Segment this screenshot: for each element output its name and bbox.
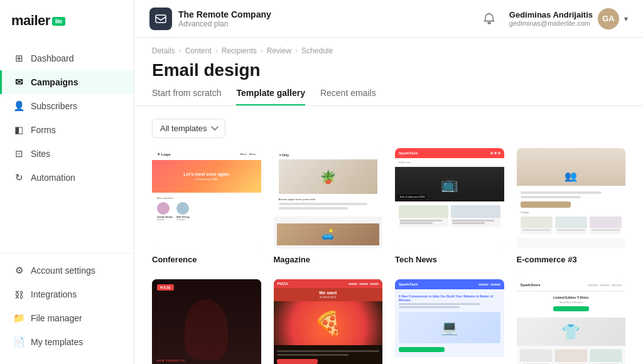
template-name-magazine: Magazine [274, 255, 383, 264]
breadcrumb-item-recipients[interactable]: Recipients [222, 46, 257, 55]
sidebar-item-label: Automation [31, 173, 75, 183]
sidebar-item-account-settings[interactable]: ⚙ Account settings [0, 259, 134, 282]
sidebar-item-campaigns[interactable]: ✉ Campaigns [0, 70, 134, 94]
template-card-restaurant[interactable]: PIZZA We want to feed you! [274, 279, 383, 364]
settings-icon: ⚙ [13, 265, 24, 276]
company-logo [149, 8, 172, 30]
user-name: Gediminas Andrijaitis [509, 10, 593, 19]
page-title: Email design [152, 60, 625, 80]
breadcrumb-item-details[interactable]: Details [152, 46, 175, 55]
sidebar-item-dashboard[interactable]: ⊞ Dashboard [0, 46, 134, 70]
template-thumb-magazine: ✦ Only 🪴 Autumn pages lorem ipsum dolor [274, 148, 383, 249]
forms-icon: ◧ [13, 124, 24, 136]
sidebar-item-label: Subscribers [31, 101, 77, 111]
page-header: Email design [134, 55, 643, 80]
breadcrumb-item-content[interactable]: Content [185, 46, 212, 55]
template-filter-select[interactable]: All templates Newsletter E-commerce Even… [152, 119, 225, 138]
breadcrumb: Details › Content › Recipients › Review … [134, 38, 643, 55]
breadcrumb-separator: › [215, 46, 218, 55]
user-details: Gediminas Andrijaitis gediminas@mailerli… [509, 10, 593, 27]
template-grid-row2: ');"> PULSE NEW PRODUCTS ADD NEWPRODUCTS [134, 279, 643, 364]
logo-badge: lite [52, 17, 65, 26]
sidebar-item-label: Account settings [31, 265, 95, 276]
user-email: gediminas@mailerlite.com [509, 19, 593, 27]
integrations-icon: ⛓ [13, 289, 24, 300]
automation-icon: ↻ [13, 172, 24, 183]
template-name-tech-news: Tech News [395, 255, 504, 264]
chevron-down-icon: ▾ [624, 14, 628, 23]
sidebar-item-integrations[interactable]: ⛓ Integrations [0, 282, 134, 306]
template-thumb-ecommerce2: SparkStore Limited Edition T-Shirts [517, 279, 626, 364]
template-name-conference: Conference [152, 255, 261, 264]
sidebar-item-label: Dashboard [31, 53, 74, 63]
notifications-button[interactable] [479, 9, 499, 29]
company-info: The Remote Company Advanced plan [149, 8, 271, 30]
content-inner: Details › Content › Recipients › Review … [134, 38, 643, 364]
sites-icon: ⊡ [13, 148, 24, 159]
user-avatar: GA [598, 8, 619, 29]
template-card-ecommerce3[interactable]: 👥 T-Shirts [517, 148, 626, 264]
template-card-magazine[interactable]: ✦ Only 🪴 Autumn pages lorem ipsum dolor [274, 148, 383, 264]
breadcrumb-item-review[interactable]: Review [267, 46, 291, 55]
campaigns-icon: ✉ [13, 77, 24, 88]
breadcrumb-separator: › [295, 46, 298, 55]
sidebar-item-label: Sites [31, 149, 50, 159]
breadcrumb-separator: › [179, 46, 181, 55]
sidebar-item-forms[interactable]: ◧ Forms [0, 118, 134, 142]
logo-area: mailerlite [0, 0, 134, 41]
sidebar-item-label: Forms [31, 125, 56, 135]
sidebar: mailerlite ⊞ Dashboard ✉ Campaigns 👤 Sub… [0, 0, 134, 364]
templates-icon: 📄 [13, 336, 24, 348]
breadcrumb-separator: › [261, 46, 263, 55]
tab-template-gallery[interactable]: Template gallery [236, 88, 305, 105]
sidebar-item-label: Campaigns [31, 77, 78, 87]
subscribers-icon: 👤 [13, 100, 24, 112]
template-card-fitness[interactable]: ');"> PULSE NEW PRODUCTS ADD NEWPRODUCTS [152, 279, 261, 364]
sidebar-item-automation[interactable]: ↻ Automation [0, 166, 134, 190]
tab-recent-emails[interactable]: Recent emails [320, 88, 376, 105]
company-name: The Remote Company [178, 9, 271, 19]
template-card-saas[interactable]: SparkTech 6 New Components to Help You B… [395, 279, 504, 364]
sidebar-item-label: Integrations [31, 289, 77, 299]
sidebar-item-file-manager[interactable]: 📁 File manager [0, 306, 134, 330]
dashboard-icon: ⊞ [13, 53, 24, 64]
tab-start-from-scratch[interactable]: Start from scratch [152, 88, 221, 105]
template-name-ecommerce3: E-commerce #3 [517, 255, 626, 264]
file-manager-icon: 📁 [13, 313, 24, 324]
topbar-right: Gediminas Andrijaitis gediminas@mailerli… [479, 8, 628, 29]
template-card-tech-news[interactable]: SparkTech Daily news 📺 Tech Conf [395, 148, 504, 264]
topbar: The Remote Company Advanced plan Gedimin… [134, 0, 643, 38]
sidebar-item-label: My templates [31, 337, 83, 347]
sidebar-item-label: File manager [31, 313, 82, 323]
template-thumb-restaurant: PIZZA We want to feed you! [274, 279, 383, 364]
user-menu[interactable]: Gediminas Andrijaitis gediminas@mailerli… [509, 8, 628, 29]
template-card-conference[interactable]: ✦ Logo Menu Menu Let's meet once again ▸… [152, 148, 261, 264]
nav-bottom: ⚙ Account settings ⛓ Integrations 📁 File… [0, 253, 134, 364]
template-thumb-fitness: ');"> PULSE NEW PRODUCTS ADD NEWPRODUCTS [152, 279, 261, 364]
main-nav: ⊞ Dashboard ✉ Campaigns 👤 Subscribers ◧ … [0, 41, 134, 253]
logo-text: mailerlite [11, 13, 65, 29]
sidebar-item-subscribers[interactable]: 👤 Subscribers [0, 94, 134, 118]
template-grid: ✦ Logo Menu Menu Let's meet once again ▸… [134, 148, 643, 279]
content-area: Details › Content › Recipients › Review … [134, 38, 643, 364]
sidebar-item-my-templates[interactable]: 📄 My templates [0, 330, 134, 354]
template-card-ecommerce2[interactable]: SparkStore Limited Edition T-Shirts [517, 279, 626, 364]
company-plan: Advanced plan [178, 19, 271, 28]
template-thumb-ecommerce3: 👥 T-Shirts [517, 148, 626, 249]
company-details: The Remote Company Advanced plan [178, 9, 271, 28]
template-thumb-tech-news: SparkTech Daily news 📺 Tech Conf [395, 148, 504, 249]
logo-name: mailer [11, 13, 50, 28]
main-content: The Remote Company Advanced plan Gedimin… [134, 0, 643, 364]
svg-rect-0 [156, 15, 166, 23]
filter-bar: All templates Newsletter E-commerce Even… [134, 106, 643, 148]
template-thumb-saas: SparkTech 6 New Components to Help You B… [395, 279, 504, 364]
sidebar-item-sites[interactable]: ⊡ Sites [0, 142, 134, 166]
tabs: Start from scratch Template gallery Rece… [134, 80, 643, 106]
template-thumb-conference: ✦ Logo Menu Menu Let's meet once again ▸… [152, 148, 261, 249]
breadcrumb-item-schedule[interactable]: Schedule [301, 46, 333, 55]
